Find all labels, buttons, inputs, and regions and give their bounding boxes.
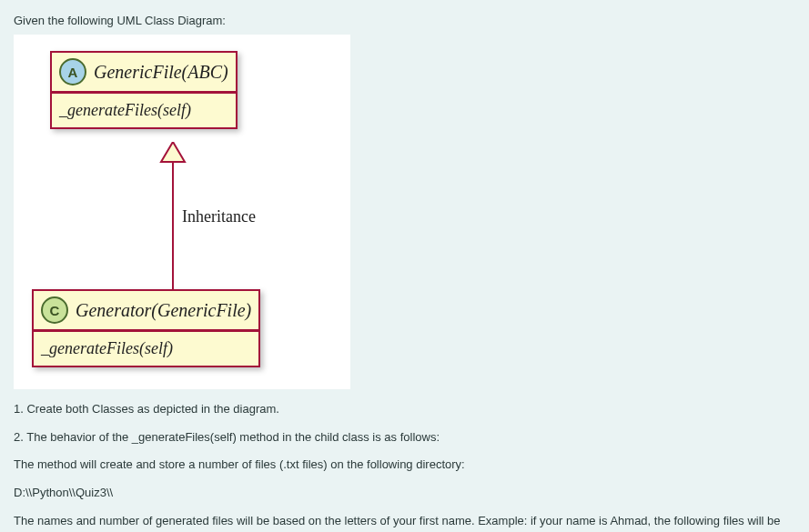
instruction-line-4: D:\\Python\\Quiz3\\ xyxy=(14,482,795,505)
intro-text: Given the following UML Class Diagram: xyxy=(14,14,795,27)
class-method: _generateFiles(self) xyxy=(52,94,236,127)
instruction-line-2: 2. The behavior of the _generateFiles(se… xyxy=(14,427,795,449)
uml-class-generator: C Generator(GenericFile) _generateFiles(… xyxy=(32,289,260,367)
uml-diagram: A GenericFile(ABC) _generateFiles(self) … xyxy=(14,35,350,389)
svg-marker-0 xyxy=(161,142,185,162)
class-badge-icon: C xyxy=(41,296,68,324)
instruction-line-1: 1. Create both Classes as depicted in th… xyxy=(14,398,795,421)
abstract-badge-icon: A xyxy=(59,58,86,85)
uml-header: A GenericFile(ABC) xyxy=(52,53,236,93)
class-method: _generateFiles(self) xyxy=(34,332,258,366)
inheritance-label: Inheritance xyxy=(182,207,256,226)
instruction-line-3: The method will create and store a numbe… xyxy=(14,454,795,477)
class-title: GenericFile(ABC) xyxy=(94,62,228,83)
uml-header: C Generator(GenericFile) xyxy=(34,291,258,331)
instructions-block: 1. Create both Classes as depicted in th… xyxy=(14,398,795,532)
class-title: Generator(GenericFile) xyxy=(76,300,251,321)
uml-class-genericfile: A GenericFile(ABC) _generateFiles(self) xyxy=(50,51,238,129)
instruction-line-5: The names and number of generated files … xyxy=(14,510,795,532)
